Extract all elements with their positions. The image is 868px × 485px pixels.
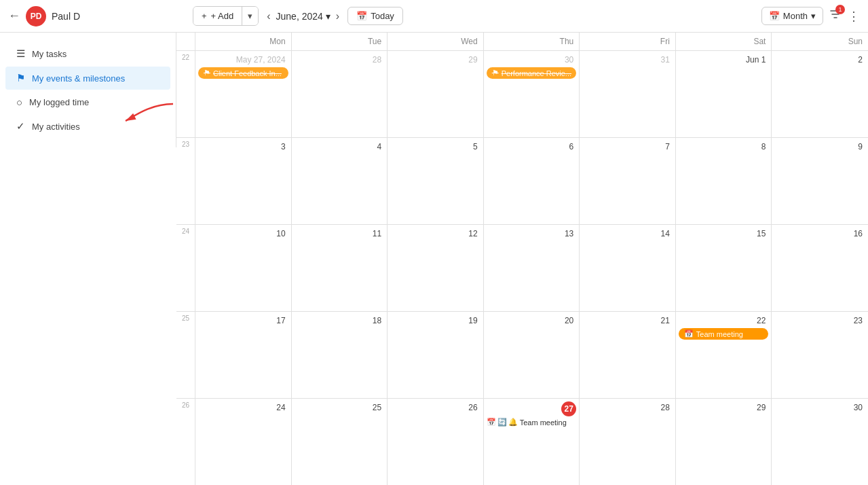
calendar-cell-jun2[interactable]: 2 xyxy=(772,51,868,137)
add-dropdown-arrow[interactable]: ▾ xyxy=(242,7,258,25)
calendar-cell-jun21[interactable]: 21 xyxy=(580,312,676,398)
calendar-cell-jun1[interactable]: Jun 1 xyxy=(676,51,772,137)
day-number: 15 xyxy=(679,228,769,240)
calendar-cell-may28[interactable]: 28 xyxy=(292,51,388,137)
calendar-cell-jun13[interactable]: 13 xyxy=(484,225,580,311)
calendar-cell-jun28[interactable]: 28 xyxy=(580,399,676,485)
calendar-cell-jun23[interactable]: 23 xyxy=(772,312,868,398)
event-performance-review[interactable]: ⚑ Performance Revie... xyxy=(487,67,577,79)
calendar-cell-jun5[interactable]: 5 xyxy=(388,138,484,224)
day-number: 2 xyxy=(774,54,865,66)
header-left: ← PD Paul D xyxy=(8,6,185,26)
week-number: 23 xyxy=(176,138,195,224)
event-icons: 📅 🔄 🔔 xyxy=(487,418,518,427)
sidebar-item-my-events-milestones[interactable]: ⚑ My events & milestones xyxy=(5,67,170,90)
day-number: 14 xyxy=(582,228,673,240)
calendar-cell-jun25[interactable]: 25 xyxy=(292,399,388,485)
calendar-cell-jun30[interactable]: 30 xyxy=(772,399,868,485)
day-number: 19 xyxy=(390,315,480,327)
day-number: 6 xyxy=(487,141,577,153)
calendar-cell-jun6[interactable]: 6 xyxy=(484,138,580,224)
next-month-button[interactable]: › xyxy=(333,7,342,25)
plus-icon: + xyxy=(202,11,207,21)
day-number: 24 xyxy=(198,401,288,414)
calendar-cell-jun19[interactable]: 19 xyxy=(388,312,484,398)
calendar-cell-may27[interactable]: May 27, 2024 ⚑ Client Feedback In... xyxy=(195,51,292,137)
sidebar-item-label: My tasks xyxy=(32,49,67,59)
event-client-feedback[interactable]: ⚑ Client Feedback In... xyxy=(198,67,288,79)
month-view-button[interactable]: 📅 Month ▾ xyxy=(761,7,823,25)
calendar-cell-jun7[interactable]: 7 xyxy=(580,138,676,224)
calendar-cell-jun17[interactable]: 17 xyxy=(195,312,292,398)
chevron-left-icon: ‹ xyxy=(267,10,270,22)
calendar: Mon Tue Wed Thu Fri Sat Sun 22 May 27, 2… xyxy=(176,33,868,485)
flag-icon: ⚑ xyxy=(16,72,25,84)
calendar-cell-jun26[interactable]: 26 xyxy=(388,399,484,485)
calendar-cell-jun4[interactable]: 4 xyxy=(292,138,388,224)
calendar-cell-jun18[interactable]: 18 xyxy=(292,312,388,398)
calendar-cell-may29[interactable]: 29 xyxy=(388,51,484,137)
calendar-cell-jun12[interactable]: 12 xyxy=(388,225,484,311)
calendar-row-23: 23 3 4 5 6 7 8 9 xyxy=(176,138,868,225)
chevron-down-icon: ▾ xyxy=(248,11,252,21)
calendar-cell-may30[interactable]: 30 ⚑ Performance Revie... xyxy=(484,51,580,137)
header-right: 📅 Month ▾ 1 ⋮ xyxy=(761,7,860,25)
more-options-button[interactable]: ⋮ xyxy=(848,9,860,24)
calendar-icon: 📅 xyxy=(684,329,694,338)
day-number: 9 xyxy=(774,141,865,153)
day-number: 30 xyxy=(487,54,577,66)
day-number: 25 xyxy=(295,401,385,414)
calendar-cell-jun8[interactable]: 8 xyxy=(676,138,772,224)
calendar-cell-jun11[interactable]: 11 xyxy=(292,225,388,311)
filter-button[interactable]: 1 xyxy=(829,7,842,24)
calendar-cell-jun27[interactable]: 27 📅 🔄 🔔 Team meeting xyxy=(484,399,580,485)
app-container: ← PD Paul D + + Add ▾ ‹ xyxy=(0,0,868,485)
calendar-cell-jun16[interactable]: 16 xyxy=(772,225,868,311)
day-header-fri: Fri xyxy=(580,33,676,50)
week-number: 22 xyxy=(176,51,195,137)
flag-icon: ⚑ xyxy=(492,69,499,77)
calendar-cell-may31[interactable]: 31 xyxy=(580,51,676,137)
add-button[interactable]: + + Add xyxy=(193,7,242,25)
event-team-meeting-27[interactable]: 📅 🔄 🔔 Team meeting xyxy=(487,418,577,427)
month-label[interactable]: June, 2024 ▾ xyxy=(276,11,331,22)
today-button[interactable]: 📅 Today xyxy=(347,7,403,25)
tasks-icon: ☰ xyxy=(16,48,25,60)
calendar-cell-jun9[interactable]: 9 xyxy=(772,138,868,224)
calendar-cell-jun22[interactable]: 22 📅 Team meeting xyxy=(676,312,772,398)
sidebar-item-my-tasks[interactable]: ☰ My tasks xyxy=(5,42,170,65)
calendar-row-24: 24 10 11 12 13 14 15 16 xyxy=(176,225,868,312)
filter-badge: 1 xyxy=(835,5,845,14)
bell-icon: 🔔 xyxy=(508,418,518,427)
more-icon: ⋮ xyxy=(848,10,860,23)
calendar-small-icon: 📅 xyxy=(487,418,496,427)
day-number: 30 xyxy=(774,401,865,414)
calendar-cell-jun3[interactable]: 3 xyxy=(195,138,292,224)
back-icon: ← xyxy=(8,9,20,23)
calendar-cell-jun15[interactable]: 15 xyxy=(676,225,772,311)
calendar-cell-jun10[interactable]: 10 xyxy=(195,225,292,311)
sidebar-item-my-activities[interactable]: ✓ My activities xyxy=(5,115,170,138)
event-team-meeting-22[interactable]: 📅 Team meeting xyxy=(679,328,769,340)
day-number: 3 xyxy=(198,141,288,153)
calendar-cell-jun24[interactable]: 24 xyxy=(195,399,292,485)
main-area: ☰ My tasks ⚑ My events & milestones ○ My… xyxy=(0,33,868,485)
calendar-row-22: 22 May 27, 2024 ⚑ Client Feedback In... … xyxy=(176,51,868,138)
today-badge: 27 xyxy=(561,401,576,416)
calendar-cell-jun29[interactable]: 29 xyxy=(676,399,772,485)
check-icon: ✓ xyxy=(16,120,25,132)
prev-month-button[interactable]: ‹ xyxy=(264,7,273,25)
day-number: 7 xyxy=(582,141,673,153)
week-num-header xyxy=(176,33,195,50)
day-header-tue: Tue xyxy=(292,33,388,50)
calendar-grid-icon: 📅 xyxy=(769,11,780,21)
calendar-cell-jun20[interactable]: 20 xyxy=(484,312,580,398)
day-number: 22 xyxy=(679,315,769,327)
back-button[interactable]: ← xyxy=(8,9,20,23)
day-number: 23 xyxy=(774,315,865,327)
sidebar-item-label: My activities xyxy=(32,122,80,132)
week-number: 24 xyxy=(176,225,195,311)
calendar-cell-jun14[interactable]: 14 xyxy=(580,225,676,311)
avatar: PD xyxy=(26,6,46,26)
sidebar-item-my-logged-time[interactable]: ○ My logged time xyxy=(5,91,170,113)
